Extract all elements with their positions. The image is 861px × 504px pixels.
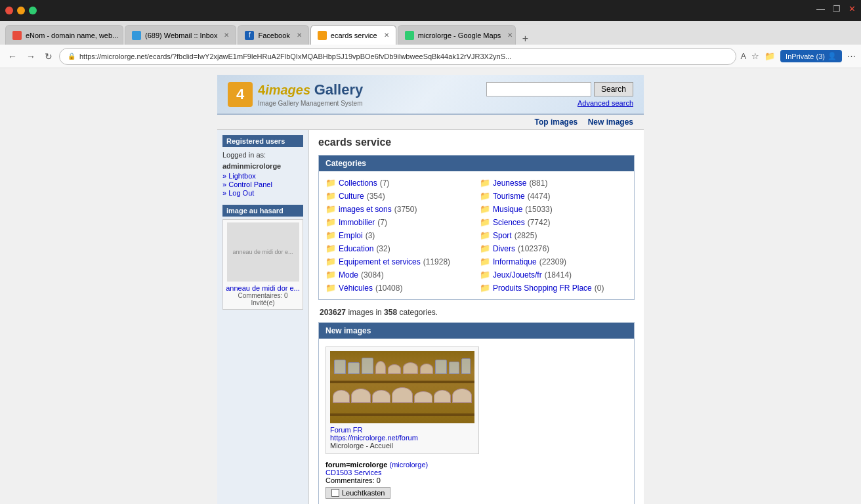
tab-maps[interactable]: microlorge - Google Maps ✕: [398, 25, 516, 45]
logout-link[interactable]: Log Out: [222, 189, 303, 197]
page-title: ecards service: [318, 136, 635, 148]
tab-close-webmail[interactable]: ✕: [224, 32, 229, 39]
new-image-url-link[interactable]: https://microlorge.net/forum: [330, 434, 474, 442]
large-plate-3: [372, 390, 390, 403]
logo-images-text: images: [265, 83, 310, 97]
address-bar[interactable]: 🔒 https://microlorge.net/ecards/?fbclid=…: [59, 48, 736, 65]
search-input[interactable]: [486, 82, 591, 96]
reader-view-button[interactable]: A: [740, 51, 746, 61]
tab-facebook[interactable]: f Facebook ✕: [238, 25, 308, 45]
plate-item-2: [403, 362, 419, 374]
cat-count-sport: (2825): [514, 231, 537, 240]
shelf-row-top: [330, 358, 474, 374]
cat-link-immobilier[interactable]: Immobilier: [339, 218, 375, 227]
forum-label: forum=microlorge: [326, 461, 387, 469]
inprivate-button[interactable]: InPrivate (3) 👤: [780, 50, 842, 62]
cat-count-jeux: (18414): [545, 270, 572, 280]
cat-link-emploi[interactable]: Emploi: [339, 231, 363, 240]
large-plate-5: [414, 391, 432, 403]
cat-link-divers[interactable]: Divers: [493, 244, 515, 253]
new-tab-button[interactable]: +: [517, 33, 534, 45]
close-window-btn[interactable]: ✕: [849, 4, 856, 14]
page-content: 4 4images Gallery Image Gallery Manageme…: [217, 75, 644, 504]
lightbox-link[interactable]: Lightbox: [222, 172, 303, 180]
advanced-search-link[interactable]: Advanced search: [578, 99, 633, 107]
search-button[interactable]: Search: [594, 82, 633, 96]
sidebar-registered-section: Registered users Logged in as: adminmicr…: [222, 135, 303, 197]
cat-link-informatique[interactable]: Informatique: [493, 257, 537, 266]
tab-favicon-webmail: [132, 31, 141, 40]
large-plate-1: [333, 390, 350, 403]
sidebar-username: adminmicrolorge: [222, 162, 281, 170]
tab-enom[interactable]: eNom - domain name, web... ✕: [5, 25, 123, 45]
cat-item-equipement: 📁 Equipement et services (11928): [326, 255, 473, 268]
leuchtkasten-button[interactable]: Leuchtkasten: [326, 487, 390, 499]
folder-icon-culture: 📁: [326, 191, 336, 201]
cat-link-culture[interactable]: Culture: [339, 192, 364, 201]
new-image-title-link[interactable]: Forum FR: [330, 426, 474, 434]
leuchtkasten-checkbox[interactable]: [331, 489, 339, 497]
cat-count-culture: (354): [367, 192, 385, 201]
favorites-button[interactable]: ☆: [751, 51, 759, 61]
image-count: 203627: [320, 308, 346, 317]
new-images-nav-link[interactable]: New images: [588, 117, 633, 127]
folder-icon-emploi: 📁: [326, 230, 336, 240]
logo-subtitle: Image Gallery Management System: [258, 100, 363, 107]
cat-link-images-sons[interactable]: images et sons: [339, 205, 392, 214]
cat-item-vehicules: 📁 Véhicules (10408): [326, 282, 473, 294]
minimize-window-btn[interactable]: —: [816, 4, 825, 14]
minimize-btn[interactable]: [17, 7, 25, 14]
cat-link-produits[interactable]: Produits Shopping FR Place: [493, 284, 592, 293]
cat-link-sport[interactable]: Sport: [493, 231, 512, 240]
sidebar-random-section: image au hasard anneau de midi dor e... …: [222, 205, 303, 310]
cat-link-musique[interactable]: Musique: [493, 205, 522, 214]
cat-item-musique: 📁 Musique (15033): [480, 203, 627, 215]
service-link[interactable]: CD1503 Services: [326, 469, 382, 476]
cat-link-education[interactable]: Education: [339, 244, 373, 253]
categories-header: Categories: [319, 156, 634, 171]
tab-close-maps[interactable]: ✕: [507, 32, 513, 39]
forum-link[interactable]: (microlorge): [390, 461, 429, 469]
cat-count-tourisme: (4474): [528, 192, 551, 201]
tab-close-ecards[interactable]: ✕: [384, 32, 389, 39]
cat-link-tourisme[interactable]: Tourisme: [493, 192, 525, 201]
maximize-btn[interactable]: [29, 7, 37, 14]
cat-link-collections[interactable]: Collections: [339, 178, 377, 188]
cat-link-mode[interactable]: Mode: [339, 270, 358, 280]
cat-link-equipement[interactable]: Equipement et services: [339, 257, 421, 266]
tab-favicon-maps: [405, 31, 414, 40]
cat-link-jeux[interactable]: Jeux/Jouets/fr: [493, 270, 542, 280]
logo-box: 4: [228, 82, 253, 107]
tab-favicon-facebook: f: [245, 31, 254, 40]
folder-icon-sport: 📁: [480, 230, 490, 240]
random-image-placeholder: anneau de midi dor e...: [227, 222, 299, 282]
control-panel-link[interactable]: Control Panel: [222, 180, 303, 188]
refresh-button[interactable]: ↻: [42, 49, 55, 64]
cat-count-produits: (0): [595, 284, 604, 293]
tabs-bar: eNom - domain name, web... ✕ (689) Webma…: [0, 21, 861, 45]
new-image-info: Forum FR https://microlorge.net/forum Mi…: [330, 426, 474, 450]
top-nav: Top images New images: [217, 115, 644, 130]
large-plate-6: [434, 390, 451, 403]
settings-button[interactable]: ⋯: [847, 51, 856, 61]
top-images-link[interactable]: Top images: [534, 117, 578, 127]
category-count: 358: [384, 308, 397, 317]
close-btn[interactable]: [5, 7, 13, 14]
sidebar-registered-title: Registered users: [222, 135, 303, 147]
tab-close-facebook[interactable]: ✕: [297, 32, 302, 39]
tab-webmail[interactable]: (689) Webmail :: Inbox ✕: [125, 25, 236, 45]
cat-link-sciences[interactable]: Sciences: [493, 218, 525, 227]
cat-link-vehicules[interactable]: Véhicules: [339, 284, 373, 293]
cat-link-jeunesse[interactable]: Jeunesse: [493, 178, 526, 188]
plate-item-1: [388, 364, 401, 374]
back-button[interactable]: ←: [5, 49, 20, 64]
glass-item-5: [449, 362, 459, 374]
tab-title-ecards: ecards service: [331, 32, 377, 39]
page-wrapper: 4 4images Gallery Image Gallery Manageme…: [0, 68, 861, 504]
collections-button[interactable]: 📁: [765, 51, 775, 61]
forward-button[interactable]: →: [24, 49, 38, 64]
tab-ecards[interactable]: ecards service ✕: [310, 25, 396, 45]
random-image-title-link[interactable]: anneau de midi dor e...: [226, 284, 300, 292]
restore-window-btn[interactable]: ❐: [833, 4, 841, 14]
new-image-card: Forum FR https://microlorge.net/forum Mi…: [326, 346, 479, 454]
